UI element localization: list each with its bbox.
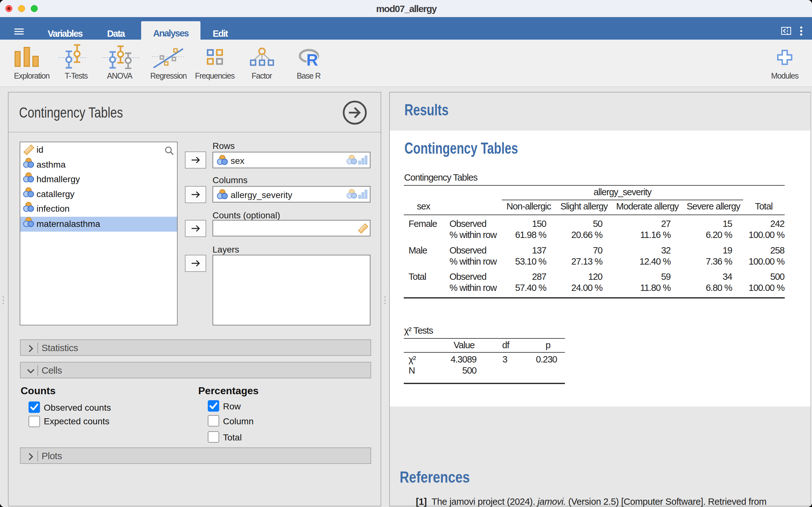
svg-text:R: R <box>306 51 318 67</box>
